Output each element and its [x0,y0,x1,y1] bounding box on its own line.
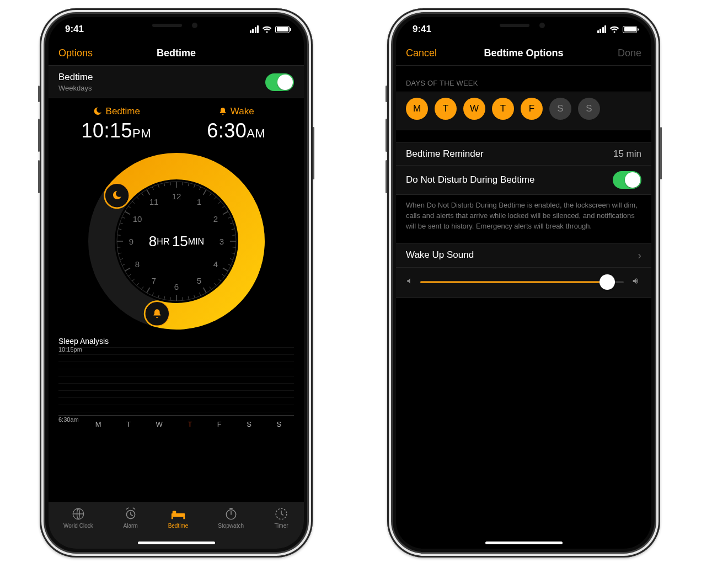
svg-line-11 [218,201,220,204]
day-chip[interactable]: W [463,98,485,120]
sleep-analysis: Sleep Analysis 10:15pm 6:30am MTWTFSS [49,335,304,428]
timer-icon [274,506,289,522]
svg-line-37 [152,293,153,295]
day-chip[interactable]: F [521,98,543,120]
svg-text:11: 11 [149,197,158,206]
svg-line-58 [147,189,150,195]
cancel-button[interactable]: Cancel [406,47,437,59]
svg-line-39 [141,287,143,290]
day-chip[interactable]: T [435,98,457,120]
svg-rect-81 [173,511,176,513]
bedtime-time: 10:15 [81,119,132,142]
nav-bar: Options Bedtime [49,41,304,66]
stopwatch-icon [223,506,239,522]
day-chip[interactable]: S [549,98,571,120]
svg-line-45 [120,259,123,260]
svg-line-59 [152,187,153,189]
phone-right: 9:41 Cancel Bedtime Options Done DAYS OF… [387,8,660,558]
svg-line-54 [128,206,131,209]
svg-line-32 [182,297,183,300]
cellular-icon [597,25,607,33]
day-chip[interactable]: T [492,98,514,120]
svg-line-51 [120,223,123,224]
svg-text:7: 7 [151,276,156,285]
day-chip[interactable]: S [578,98,600,120]
chevron-right-icon: › [638,249,641,262]
wake-sound-row[interactable]: Wake Up Sound › [396,243,651,268]
bell-icon [218,107,227,116]
svg-line-29 [199,293,200,295]
svg-line-23 [223,268,228,272]
svg-line-8 [203,189,206,195]
svg-rect-80 [172,513,185,517]
row-subtitle: Weekdays [58,84,93,92]
svg-line-55 [132,201,134,204]
bedtime-dial[interactable]: 123456789101112 8HR 15MIN [85,150,267,332]
svg-line-14 [228,217,231,218]
svg-text:10: 10 [132,214,142,224]
moon-icon: zz [93,107,103,116]
svg-line-30 [194,295,195,298]
svg-line-27 [209,287,211,290]
svg-rect-83 [183,517,185,519]
home-indicator[interactable] [485,542,563,544]
day-chip[interactable]: M [406,98,428,120]
bedtime-icon [170,506,186,522]
tab-timer[interactable]: Timer [274,506,289,529]
svg-line-53 [125,211,130,215]
speaker-low-icon [406,277,414,286]
times-header: zz Bedtime 10:15PM Wake 6:30AM [49,98,304,146]
row-title: Bedtime [58,72,93,83]
options-button[interactable]: Options [58,47,93,59]
tab-label: Alarm [124,523,138,529]
analysis-day: W [156,420,163,428]
speaker-high-icon [630,277,641,287]
status-time: 9:41 [413,24,431,35]
svg-text:8HR  15MIN: 8HR 15MIN [148,233,204,250]
svg-line-6 [194,184,195,188]
analysis-day: T [188,420,192,428]
tab-bedtime[interactable]: Bedtime [168,506,189,529]
svg-line-7 [199,187,200,189]
tab-label: Timer [274,523,288,529]
bedtime-toggle[interactable] [265,73,294,91]
tab-alarm[interactable]: Alarm [123,506,138,529]
svg-line-56 [136,197,138,199]
svg-text:9: 9 [129,237,133,246]
tab-stopwatch[interactable]: Stopwatch [218,506,244,529]
svg-text:4: 4 [213,259,217,269]
svg-text:12: 12 [172,192,181,201]
svg-line-20 [231,253,234,253]
tab-world-clock[interactable]: World Clock [63,506,93,529]
svg-text:3: 3 [219,237,223,246]
svg-text:1: 1 [196,197,201,206]
analysis-day: T [126,420,131,428]
svg-rect-82 [172,517,173,519]
home-indicator[interactable] [138,542,215,544]
wake-time: 6:30 [207,119,247,142]
dial-start-handle[interactable] [105,183,129,208]
svg-line-61 [164,183,164,186]
tab-label: Bedtime [168,523,189,529]
status-time: 9:41 [65,24,84,35]
svg-line-46 [118,253,121,253]
bedtime-ampm: PM [132,126,151,140]
nav-title: Bedtime [157,47,196,59]
svg-line-15 [230,223,233,224]
phone-left: 9:41 Options Bedtime Bedtime Weekdays [40,8,313,558]
svg-line-28 [203,288,206,293]
done-button[interactable]: Done [618,47,641,59]
volume-slider[interactable] [420,275,624,289]
dial-end-handle[interactable] [144,301,169,326]
svg-line-25 [218,279,220,281]
wifi-icon [609,25,619,33]
svg-line-57 [141,193,143,196]
analysis-title: Sleep Analysis [58,337,294,346]
volume-thumb[interactable] [599,274,615,290]
reminder-row[interactable]: Bedtime Reminder 15 min [396,142,651,166]
dnd-toggle[interactable] [613,171,641,189]
world-clock-icon [71,506,86,522]
alarm-icon [123,506,138,522]
wake-ampm: AM [247,126,265,140]
analysis-days: MTWTFSS [58,416,294,428]
